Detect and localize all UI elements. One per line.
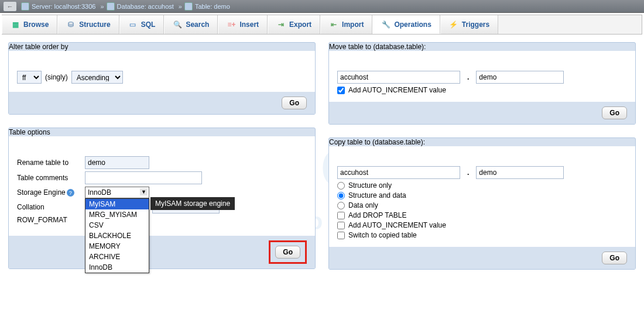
export-icon: ⇥ [276, 20, 286, 29]
engine-option-blackhole[interactable]: BLACKHOLE [85, 230, 149, 241]
order-direction-select[interactable]: Ascending [71, 71, 123, 84]
move-autoinc-checkbox[interactable] [337, 87, 345, 94]
tab-export[interactable]: ⇥Export [268, 15, 320, 34]
copy-autoinc-checkbox[interactable] [337, 222, 345, 229]
engine-option-archive[interactable]: ARCHIVE [85, 252, 149, 262]
import-icon: ⇤ [329, 20, 338, 29]
tab-browse[interactable]: ▦Browse [2, 15, 57, 34]
tab-operations[interactable]: 🔧Operations [372, 15, 440, 34]
copy-radio-structure-data[interactable] [337, 192, 345, 199]
operations-icon: 🔧 [381, 20, 390, 29]
tab-label: Search [186, 20, 209, 29]
triggers-icon: ⚡ [449, 20, 458, 29]
copy-switch-checkbox[interactable] [337, 232, 345, 239]
copy-opt-label: Structure and data [348, 191, 406, 199]
dot-sep: . [467, 168, 469, 177]
copy-autoinc-label: Add AUTO_INCREMENT value [348, 221, 446, 229]
help-icon[interactable]: ? [67, 189, 74, 197]
tab-label: Export [289, 20, 311, 29]
tab-label: Import [342, 20, 364, 29]
tab-label: SQL [141, 20, 156, 29]
comments-input[interactable] [85, 171, 202, 184]
storage-engine-select[interactable]: InnoDB [85, 187, 149, 198]
rename-label: Rename table to [17, 159, 81, 167]
search-icon: 🔍 [173, 20, 182, 29]
database-icon [107, 2, 115, 11]
rename-input[interactable] [85, 156, 149, 169]
tab-search[interactable]: 🔍Search [164, 15, 218, 34]
browse-icon: ▦ [11, 20, 20, 29]
move-autoinc-label: Add AUTO_INCREMENT value [348, 86, 446, 94]
sql-icon: ▭ [128, 20, 138, 29]
tab-structure[interactable]: ⛁Structure [57, 15, 119, 34]
panel-legend: Table options [9, 128, 315, 136]
copy-switch-label: Switch to copied table [348, 231, 417, 239]
copy-radio-structure-only[interactable] [337, 182, 345, 190]
breadcrumb-sep: » [179, 3, 182, 10]
engine-option-csv[interactable]: CSV [85, 220, 149, 230]
move-table-panel: Move table to (database.table): . Add AU… [328, 42, 636, 125]
engine-option-mrg[interactable]: MRG_MYISAM [85, 209, 149, 220]
panel-legend: Alter table order by [9, 43, 315, 51]
panel-legend: Move table to (database.table): [329, 43, 635, 51]
engine-option-innodb[interactable]: InnoDB [85, 262, 149, 273]
comments-label: Table comments [17, 174, 81, 182]
go-highlight: Go [269, 240, 307, 264]
panel-legend: Copy table to (database.table): [329, 138, 635, 146]
tab-import[interactable]: ⇤Import [320, 15, 372, 34]
order-mode-label: (singly) [45, 73, 68, 81]
tab-label: Triggers [462, 20, 489, 29]
engine-tooltip: MyISAM storage engine [150, 197, 235, 210]
go-button[interactable]: Go [282, 97, 307, 109]
breadcrumb: ← Server: localhost:3306 » Database: acc… [0, 0, 644, 13]
tab-label: Structure [79, 20, 110, 29]
table-options-panel: Table options Rename table to Table comm… [8, 128, 316, 269]
move-table-input[interactable] [476, 71, 564, 84]
dot-sep: . [467, 73, 469, 81]
structure-icon: ⛁ [66, 20, 76, 29]
tabs: ▦Browse ⛁Structure ▭SQL 🔍Search ≡+Insert… [2, 15, 642, 35]
go-button[interactable]: Go [602, 106, 627, 119]
rowformat-label: ROW_FORMAT [17, 216, 81, 224]
insert-icon: ≡+ [227, 20, 236, 29]
copy-opt-label: Structure only [348, 181, 392, 190]
breadcrumb-server[interactable]: Server: localhost:3306 [32, 3, 95, 10]
tab-label: Operations [394, 20, 431, 29]
back-button[interactable]: ← [4, 2, 16, 11]
storage-label: Storage Engine? [17, 188, 81, 197]
server-icon [21, 2, 29, 11]
breadcrumb-sep: » [100, 3, 104, 10]
tab-triggers[interactable]: ⚡Triggers [440, 15, 498, 34]
collation-label: Collation [17, 203, 81, 211]
alter-order-panel: Alter table order by ff (singly) Ascendi… [8, 42, 316, 115]
copy-drop-checkbox[interactable] [337, 212, 345, 219]
tab-insert[interactable]: ≡+Insert [218, 15, 268, 34]
copy-table-input[interactable] [476, 166, 564, 179]
go-button[interactable]: Go [275, 246, 300, 259]
tab-label: Insert [239, 20, 259, 29]
engine-option-memory[interactable]: MEMORY [85, 241, 149, 252]
copy-drop-label: Add DROP TABLE [348, 211, 406, 219]
tab-sql[interactable]: ▭SQL [119, 15, 165, 34]
breadcrumb-table[interactable]: Table: demo [195, 3, 230, 10]
order-column-select[interactable]: ff [17, 71, 42, 84]
copy-table-panel: Copy table to (database.table): . Struct… [328, 137, 636, 270]
copy-radio-data-only[interactable] [337, 202, 345, 209]
tab-label: Browse [23, 20, 49, 29]
copy-opt-label: Data only [348, 201, 378, 209]
storage-engine-dropdown: MyISAM MRG_MYISAM CSV BLACKHOLE MEMORY A… [85, 198, 149, 273]
copy-database-input[interactable] [337, 166, 460, 179]
table-icon [184, 2, 193, 11]
go-button[interactable]: Go [602, 252, 627, 264]
engine-option-myisam[interactable]: MyISAM [85, 199, 149, 209]
breadcrumb-database[interactable]: Database: accuhost [117, 3, 174, 10]
move-database-input[interactable] [337, 71, 460, 84]
